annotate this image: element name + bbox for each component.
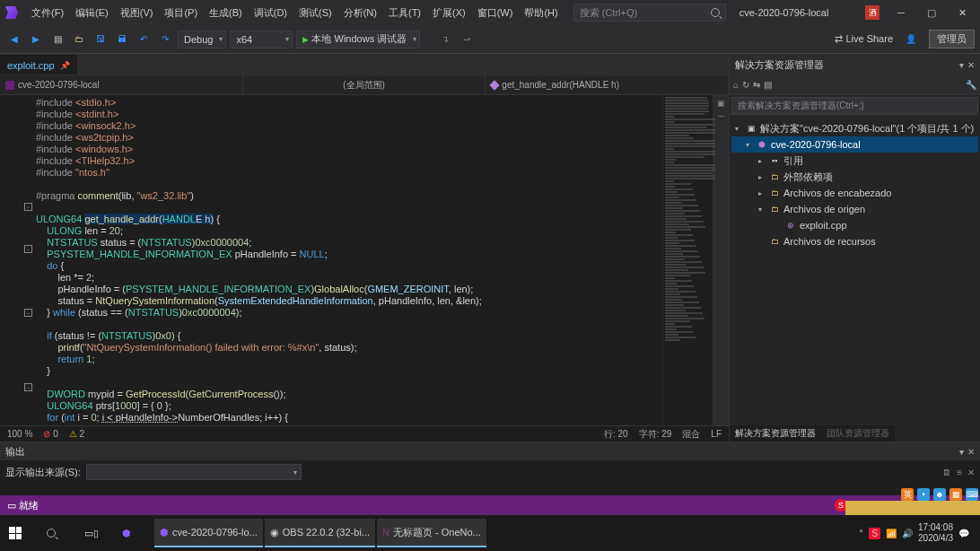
solution-tree[interactable]: ▾▣解决方案"cve-2020-0796-local"(1 个项目/共 1 个)… [730,117,980,424]
output-source-label: 显示输出来源(S): [5,466,81,479]
maximize-button[interactable]: ▢ [917,1,946,24]
fold-toggle[interactable]: - [24,309,32,317]
tree-headers[interactable]: ▸🗀Archivos de encabezado [731,185,978,201]
nav-scope-function[interactable]: get_handle_addr(HANDLE h) [486,75,729,94]
undo-icon[interactable]: ↶ [135,31,153,48]
tree-resources[interactable]: 🗀Archivos de recursos [731,233,978,249]
tab-team-explorer[interactable]: 团队资源管理器 [821,425,895,442]
taskbar-app[interactable]: ⬢ [117,519,153,547]
nav-scope-global[interactable]: (全局范围) [243,75,486,94]
debugger-dropdown[interactable]: ▶ 本地 Windows 调试器 [296,31,420,48]
save-icon[interactable]: 🖫 [92,31,109,48]
taskbar-onenote[interactable]: N无标题页 - OneNo... [377,519,486,547]
task-view-button[interactable]: ▭▯ [79,519,115,547]
line-ending[interactable]: LF [711,429,722,439]
menu-extensions[interactable]: 扩展(X) [427,4,471,22]
tree-references[interactable]: ▸▪▪引用 [731,153,978,169]
menu-edit[interactable]: 编辑(E) [70,4,114,22]
ime-lang-icon[interactable]: S [869,528,880,539]
panel-menu-icon[interactable]: ▾ [959,60,964,70]
output-source-dropdown[interactable] [86,464,302,480]
floating-taskband[interactable] [845,501,980,515]
tree-file-exploit[interactable]: ⊕exploit.cpp [731,217,978,233]
tray-icon[interactable]: ▦ [949,488,962,501]
minimize-button[interactable]: ─ [887,1,915,24]
tree-external[interactable]: ▸🗀外部依赖项 [731,169,978,185]
feedback-icon[interactable]: 👤 [902,31,920,48]
editor-gutter[interactable]: ---- [0,95,36,425]
menu-tools[interactable]: 工具(T) [383,4,426,22]
code-editor[interactable]: #include <stdio.h>#include <stdint.h>#in… [36,95,662,425]
indent-mode[interactable]: 混合 [682,428,700,441]
output-pin-icon[interactable]: ▾ [959,447,964,457]
zoom-level[interactable]: 100 % [7,429,32,439]
fold-toggle[interactable]: - [24,245,32,253]
search-button[interactable] [41,519,77,547]
redo-icon[interactable]: ↷ [156,31,174,48]
tree-solution[interactable]: ▾▣解决方案"cve-2020-0796-local"(1 个项目/共 1 个) [731,120,978,136]
output-close-icon[interactable]: ✕ [967,447,975,457]
pin-icon[interactable]: 📌 [60,61,70,70]
notification-icon[interactable]: 💬 [958,529,969,538]
config-dropdown[interactable]: Debug [178,31,226,48]
menu-view[interactable]: 视图(V) [115,4,159,22]
network-icon[interactable]: 📶 [886,529,897,538]
output-clear-icon[interactable]: 🗎 [942,468,951,477]
tray-icon[interactable]: ☻ [933,488,946,501]
menu-build[interactable]: 生成(B) [204,4,248,22]
taskbar-clock[interactable]: 17:04:082020/4/3 [918,522,953,544]
properties-icon[interactable]: 🔧 [966,80,976,90]
nav-back-icon[interactable]: ◀ [5,31,23,48]
platform-dropdown[interactable]: x64 [230,31,293,48]
close-button[interactable]: ✕ [948,1,976,24]
minimap[interactable] [662,95,713,425]
tray-icon[interactable]: ⌨ [966,488,978,501]
vs-status-bar: ▭ 就绪 ↑ 添加到源代码管理 ▴🔔₁ [0,495,980,515]
panel-close-icon[interactable]: ✕ [967,60,975,70]
menu-debug[interactable]: 调试(D) [249,4,293,22]
ime-indicator[interactable]: 酒 [865,5,879,20]
live-share-button[interactable]: ⇄ Live Share [835,33,893,45]
expand-icon[interactable]: ─ [718,111,723,120]
step-icon[interactable]: ↴ [436,31,454,48]
fold-toggle[interactable]: - [24,203,32,211]
start-button[interactable] [4,519,39,547]
taskbar-vs[interactable]: ⬢cve-2020-0796-lo... [154,519,263,547]
show-all-icon[interactable]: ▤ [764,80,772,90]
taskbar-obs[interactable]: ◉OBS 22.0.2 (32-bi... [265,519,375,547]
warning-icon[interactable]: ⚠ [69,429,77,439]
home-icon[interactable]: ⌂ [733,80,739,90]
menu-analyze[interactable]: 分析(N) [338,4,382,22]
nav-fwd-icon[interactable]: ▶ [27,31,45,48]
tree-sources[interactable]: ▾🗀Archivos de origen [731,201,978,217]
menu-project[interactable]: 项目(P) [159,4,203,22]
menu-help[interactable]: 帮助(H) [519,4,563,22]
save-all-icon[interactable]: 🖬 [113,31,131,48]
fold-toggle[interactable]: - [24,383,32,391]
menu-file[interactable]: 文件(F) [26,4,69,22]
tray-icon[interactable]: 英 [901,488,914,501]
solution-search[interactable]: 搜索解决方案资源管理器(Ctrl+;) [731,97,978,115]
tray-icon[interactable]: • [917,488,930,501]
cpp-file-icon: ⊕ [785,220,796,231]
output-wrap-icon[interactable]: ≡ [957,468,962,477]
output-stop-icon[interactable]: ✕ [967,468,975,477]
menu-test[interactable]: 测试(S) [293,4,337,22]
tab-solution-explorer[interactable]: 解决方案资源管理器 [730,425,821,442]
open-icon[interactable]: 🗀 [70,31,88,48]
tab-strip: exploit.cpp📌 [0,54,729,75]
sound-icon[interactable]: 🔊 [902,529,913,538]
file-tab[interactable]: exploit.cpp📌 [0,55,77,74]
tray-chevron-icon[interactable]: ˄ [859,529,863,538]
new-file-icon[interactable]: ▤ [48,31,66,48]
refresh-icon[interactable]: ↻ [742,80,749,90]
tree-project[interactable]: ▾⬢cve-2020-0796-local [731,136,978,153]
menu-window[interactable]: 窗口(W) [472,4,519,22]
collapse-icon[interactable]: ▣ [717,99,725,108]
step-over-icon[interactable]: ⤻ [458,31,476,48]
status-ready: 就绪 [19,500,39,511]
sync-icon[interactable]: ⇆ [753,80,760,90]
global-search[interactable]: 搜索 (Ctrl+Q) [573,4,726,22]
nav-scope-project[interactable]: cve-2020-0796-local [0,75,243,94]
error-icon[interactable]: ⊘ [43,429,50,439]
